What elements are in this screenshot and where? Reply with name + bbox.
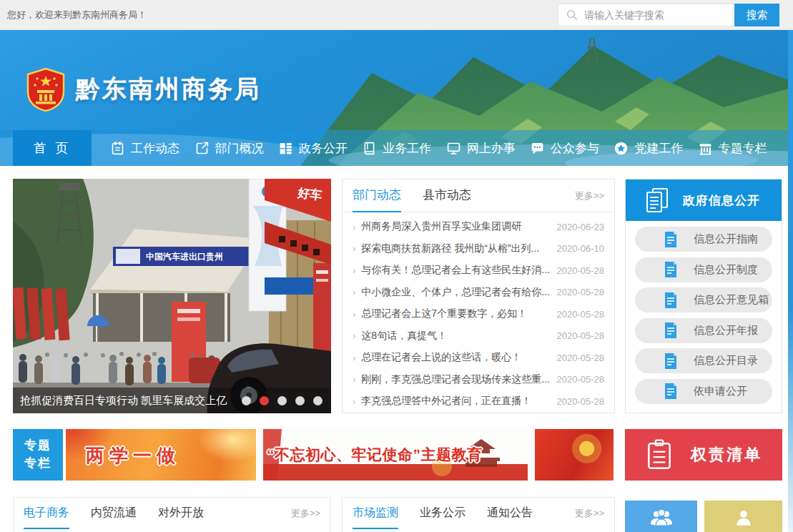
nav-label: 公众参与 xyxy=(551,140,599,157)
tab-department-dynamics[interactable]: 部门动态 xyxy=(353,179,401,212)
news-date: 2020-05-28 xyxy=(557,396,605,407)
carousel-dots xyxy=(242,396,322,405)
news-item[interactable]: ›中小微企业、个体户，总理记者会有给你...2020-05-28 xyxy=(353,282,604,304)
site-title: 黔东南州商务局 xyxy=(76,73,261,106)
chevron-right-icon: › xyxy=(353,396,355,407)
banner-text: “不忘初心、牢记使命”主题教育 xyxy=(267,445,524,465)
nav-item-business-work[interactable]: 业务工作 xyxy=(362,140,431,157)
national-emblem-logo xyxy=(26,67,66,112)
bottom-left-tabs: 电子商务 内贸流通 对外开放 更多>> xyxy=(14,498,330,529)
news-date: 2020-05-28 xyxy=(557,265,605,276)
search-button[interactable]: 搜索 xyxy=(734,4,779,26)
sidebar-item-label: 信息公开指南 xyxy=(694,232,758,246)
chevron-right-icon: › xyxy=(353,353,355,363)
chevron-right-icon: › xyxy=(353,330,355,341)
bottom-mid-panel: 市场监测 业务公示 通知公告 更多>> xyxy=(342,497,615,532)
tent-banner-text: 中国汽车进出口贵州 xyxy=(146,252,223,262)
main-nav: 首 页 工作动态 部门概况 xyxy=(0,130,793,166)
tab-business-publicity[interactable]: 业务公示 xyxy=(420,498,466,529)
bottom-mid-tabs: 市场监测 业务公示 通知公告 更多>> xyxy=(343,498,614,529)
duty-list-button[interactable]: 权责清单 xyxy=(625,429,782,481)
document-icon xyxy=(664,231,678,248)
news-item[interactable]: ›李克强总理答中外记者问，正在直播！2020-05-28 xyxy=(353,390,604,413)
news-item[interactable]: ›这8句话，真提气！2020-05-28 xyxy=(353,325,604,348)
banner-text: 两学一做 xyxy=(86,443,180,468)
sidebar-item-catalog[interactable]: 信息公开目录 xyxy=(635,348,772,373)
nav-item-home[interactable]: 首 页 xyxy=(13,130,92,166)
news-date: 2020-05-28 xyxy=(557,287,605,297)
tab-ecommerce[interactable]: 电子商务 xyxy=(24,498,69,529)
tab-foreign-openness[interactable]: 对外开放 xyxy=(158,498,204,529)
news-title: 李克强总理答中外记者问，正在直播！ xyxy=(361,395,549,408)
gov-info-panel: 政府信息公开 信息公开指南 信息公开制度 信息公开意见箱 信息公开年报 信息公开… xyxy=(625,179,782,413)
sidebar-item-disclosure-guide[interactable]: 信息公开指南 xyxy=(635,227,772,252)
sidebar-item-suggestion-box[interactable]: 信息公开意见箱 xyxy=(635,287,772,312)
banner-two-studies-one-action[interactable]: 两学一做 xyxy=(66,429,256,481)
person-icon xyxy=(734,508,753,527)
nav-item-special-topics[interactable]: 专题专栏 xyxy=(698,140,767,157)
banner-remain-true-mission[interactable]: “不忘初心、牢记使命”主题教育 xyxy=(263,429,528,481)
document-icon xyxy=(664,292,678,309)
tab-notices[interactable]: 通知公告 xyxy=(487,498,533,529)
banner-party-flag-partial[interactable] xyxy=(535,429,614,481)
news-date: 2020-05-28 xyxy=(557,309,605,320)
group-button[interactable] xyxy=(625,501,697,532)
news-title: 刚刚，李克强总理记者会现场传来这些重... xyxy=(361,373,549,386)
news-item[interactable]: ›与你有关！总理记者会上有这些民生好消...2020-05-28 xyxy=(353,260,604,282)
nav-item-online-services[interactable]: 网上办事 xyxy=(446,140,516,157)
sidebar-item-annual-report[interactable]: 信息公开年报 xyxy=(635,318,772,343)
news-item[interactable]: ›州商务局深入贵州百孚实业集团调研2020-06-23 xyxy=(353,216,604,238)
carousel[interactable]: 中国汽车进出口贵州 好车 xyxy=(13,179,331,413)
nav-label: 网上办事 xyxy=(467,140,516,157)
nav-item-work-dynamics[interactable]: 工作动态 xyxy=(110,140,179,157)
news-item[interactable]: ›总理在记者会上说的这些话，暖心！2020-05-28 xyxy=(353,347,604,369)
grid-icon xyxy=(278,141,293,156)
site-brand[interactable]: 黔东南州商务局 xyxy=(26,67,261,112)
special-topics-label-line2: 专栏 xyxy=(24,455,51,473)
carousel-dot-5[interactable] xyxy=(313,396,322,405)
carousel-dot-3[interactable] xyxy=(277,396,287,405)
document-icon xyxy=(664,261,678,278)
nav-item-gov-disclosure[interactable]: 政务公开 xyxy=(278,140,348,157)
news-title: 州商务局深入贵州百孚实业集团调研 xyxy=(361,220,549,233)
carousel-dot-4[interactable] xyxy=(295,396,305,405)
news-title: 探索电商扶贫新路径 我州助“从榕”出列... xyxy=(361,242,549,255)
news-item[interactable]: ›刚刚，李克强总理记者会现场传来这些重...2020-05-28 xyxy=(353,369,604,391)
sidebar-item-apply-disclosure[interactable]: 依申请公开 xyxy=(635,379,772,404)
tab-market-monitoring[interactable]: 市场监测 xyxy=(353,498,398,529)
special-topics-label-line1: 专题 xyxy=(24,437,51,455)
monitor-icon xyxy=(446,141,461,156)
nav-item-party-building[interactable]: 党建工作 xyxy=(614,140,683,157)
carousel-caption-bar: 抢抓促消费百日专项行动 凯里车展成交上亿 xyxy=(13,388,331,413)
news-item[interactable]: ›探索电商扶贫新路径 我州助“从榕”出列...2020-06-10 xyxy=(353,238,604,260)
tab-domestic-trade[interactable]: 内贸流通 xyxy=(91,498,137,529)
pavilion-icon xyxy=(698,141,713,156)
tab-county-dynamics[interactable]: 县市动态 xyxy=(423,179,471,212)
news-item[interactable]: ›总理记者会上这7个重要数字，必知！2020-05-28 xyxy=(353,303,604,325)
document-icon xyxy=(664,383,678,400)
gov-info-header: 政府信息公开 xyxy=(626,179,782,221)
search-box xyxy=(558,4,734,26)
carousel-dot-2-active[interactable] xyxy=(260,396,269,405)
nav-label: 工作动态 xyxy=(131,140,179,157)
bottom-left-more-link[interactable]: 更多>> xyxy=(291,507,320,520)
bottom-mid-more-link[interactable]: 更多>> xyxy=(575,507,604,520)
document-icon xyxy=(664,322,678,339)
news-panel: 部门动态 县市动态 更多>> ›州商务局深入贵州百孚实业集团调研2020-06-… xyxy=(342,179,615,413)
person-button[interactable] xyxy=(704,501,782,532)
chevron-right-icon: › xyxy=(353,309,355,320)
sidebar-item-label: 信息公开年报 xyxy=(694,324,758,338)
sidebar-item-disclosure-system[interactable]: 信息公开制度 xyxy=(635,257,772,282)
group-icon xyxy=(650,508,673,527)
nav-item-public-participation[interactable]: 公众参与 xyxy=(530,140,599,157)
carousel-dot-1[interactable] xyxy=(242,396,251,405)
search-bar: 搜索 xyxy=(558,4,779,26)
nav-item-department-overview[interactable]: 部门概况 xyxy=(194,140,264,157)
special-topics-label[interactable]: 专题 专栏 xyxy=(13,429,63,481)
chevron-right-icon: › xyxy=(353,374,355,385)
search-input[interactable] xyxy=(584,9,724,21)
sidebar-item-label: 依申请公开 xyxy=(694,385,747,398)
nav-label: 部门概况 xyxy=(215,140,264,157)
external-link-icon xyxy=(194,141,210,156)
news-more-link[interactable]: 更多>> xyxy=(575,189,604,202)
